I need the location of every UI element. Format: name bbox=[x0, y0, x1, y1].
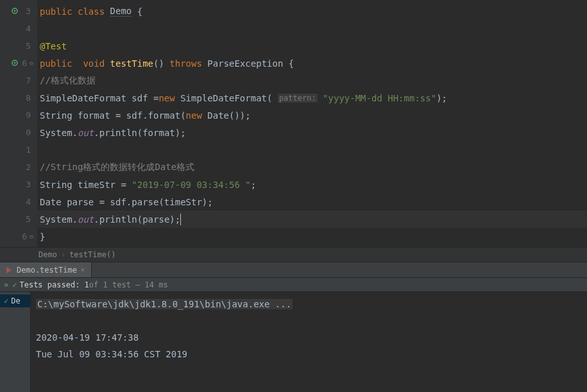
chevron-right-icon: › bbox=[61, 250, 65, 259]
line-number: 4 bbox=[26, 197, 31, 207]
console-line: Tue Jul 09 03:34:56 CST 2019 bbox=[36, 349, 187, 359]
code-line: //格式化数据 bbox=[37, 72, 587, 89]
line-number: 3 bbox=[26, 180, 31, 189]
tests-detail: of 1 test – 14 ms bbox=[89, 280, 168, 289]
test-tree-item: ✓ De bbox=[0, 294, 30, 307]
parameter-hint: pattern: bbox=[278, 94, 318, 103]
fold-icon[interactable]: ⊖ bbox=[30, 60, 33, 67]
code-line: System.out.println(format); bbox=[37, 124, 587, 141]
code-line: String timeStr = "2019-07-09 03:34:56 "; bbox=[37, 176, 587, 193]
line-number: 5 bbox=[26, 214, 31, 224]
line-number: 2 bbox=[26, 162, 31, 172]
gutter: 3 4 5 6⊖ 7 8 9 0 1 2 3 4 5 6⊖ bbox=[0, 0, 37, 247]
code-line bbox=[37, 141, 587, 158]
line-number: 6 bbox=[22, 232, 27, 241]
run-icon bbox=[6, 267, 13, 273]
code-line: public class Demo { bbox=[37, 3, 587, 20]
check-icon: ✓ bbox=[12, 280, 17, 289]
breadcrumb-method: testTime() bbox=[69, 250, 115, 259]
code-line: Date parse = sdf.parse(timeStr); bbox=[37, 193, 587, 210]
line-number: 8 bbox=[26, 93, 31, 103]
line-number: 1 bbox=[26, 145, 31, 155]
line-number: 3 bbox=[26, 6, 31, 16]
editor-area: 3 4 5 6⊖ 7 8 9 0 1 2 3 4 5 6⊖ public cla… bbox=[0, 0, 587, 247]
code-line: String format = sdf.format(new Date()); bbox=[37, 107, 587, 124]
command-line: C:\mySoftware\jdk\jdk1.8.0_191\bin\java.… bbox=[36, 299, 293, 309]
line-number: 6 bbox=[22, 58, 27, 68]
line-number: 7 bbox=[26, 76, 31, 85]
test-status-bar: » ✓ Tests passed: 1 of 1 test – 14 ms bbox=[0, 278, 587, 292]
code-line: } bbox=[37, 228, 587, 245]
cursor bbox=[180, 214, 181, 225]
fold-close-icon[interactable]: ⊖ bbox=[30, 233, 33, 240]
run-tab[interactable]: Demo.testTime × bbox=[0, 262, 92, 277]
code-line: public void testTime() throws ParseExcep… bbox=[37, 55, 587, 72]
chevron-right-icon[interactable]: » bbox=[4, 280, 8, 289]
run-test-icon[interactable] bbox=[12, 60, 19, 67]
code-line-current: System.out.println(parse); bbox=[37, 210, 587, 228]
console-output[interactable]: C:\mySoftware\jdk\jdk1.8.0_191\bin\java.… bbox=[31, 292, 587, 392]
run-class-icon[interactable] bbox=[12, 8, 19, 15]
check-icon: ✓ bbox=[4, 296, 8, 305]
test-tree[interactable]: ✓ De bbox=[0, 292, 31, 392]
breadcrumb-class: Demo bbox=[38, 250, 57, 259]
line-number: 9 bbox=[26, 110, 31, 120]
line-number: 0 bbox=[26, 128, 31, 137]
line-number: 5 bbox=[26, 41, 31, 51]
code-line: //String格式的数据转化成Date格式 bbox=[37, 158, 587, 176]
code-line bbox=[37, 20, 587, 37]
code-editor[interactable]: public class Demo { @Test public void te… bbox=[37, 0, 587, 247]
tests-passed-label: Tests passed: 1 bbox=[19, 280, 89, 289]
code-line: @Test bbox=[37, 37, 587, 55]
console-line: 2020-04-19 17:47:38 bbox=[36, 332, 139, 343]
breadcrumb[interactable]: Demo › testTime() bbox=[0, 247, 587, 262]
close-icon[interactable]: × bbox=[81, 266, 85, 273]
run-tab-bar: Demo.testTime × bbox=[0, 262, 587, 278]
line-number: 4 bbox=[26, 24, 31, 33]
run-panel: ✓ De C:\mySoftware\jdk\jdk1.8.0_191\bin\… bbox=[0, 292, 587, 392]
code-line: SimpleDateFormat sdf =new SimpleDateForm… bbox=[37, 89, 587, 107]
